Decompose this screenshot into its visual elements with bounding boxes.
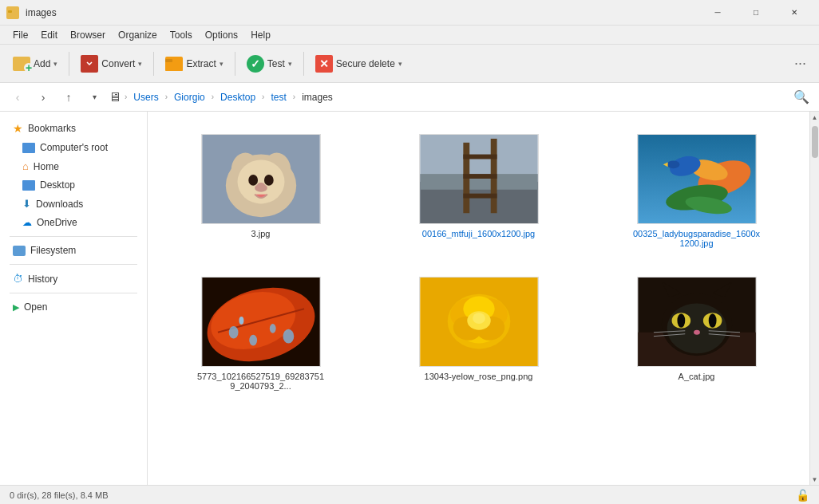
onedrive-label: OneDrive: [37, 217, 77, 228]
sidebar-divider-1: [10, 236, 137, 237]
test-dropdown-arrow: ▾: [288, 60, 292, 68]
app-icon: [6, 6, 19, 19]
back-button[interactable]: ‹: [6, 86, 29, 108]
file-item[interactable]: A_cat.jpg: [599, 270, 793, 397]
file-name: 3.jpg: [251, 229, 271, 238]
file-name: 00166_mtfuji_1600x1200.jpg: [422, 229, 535, 238]
menu-tools[interactable]: Tools: [164, 28, 199, 42]
file-item[interactable]: 13043-yelow_rose_png.png: [382, 270, 576, 397]
extract-button[interactable]: Extract ▾: [159, 49, 229, 78]
file-grid: 3.jpg 00166_m: [157, 121, 800, 404]
file-item[interactable]: 3.jpg: [164, 128, 358, 254]
sidebar-item-desktop[interactable]: Desktop: [3, 176, 144, 194]
scrollbar[interactable]: ▲ ▼: [809, 112, 819, 485]
breadcrumb-desktop[interactable]: Desktop: [217, 90, 259, 104]
menubar: File Edit Browser Organize Tools Options…: [0, 26, 819, 45]
svg-point-48: [473, 313, 485, 324]
home-label: Home: [34, 161, 59, 172]
scroll-down[interactable]: ▼: [811, 475, 819, 483]
menu-browser[interactable]: Browser: [64, 28, 112, 42]
status-info: 0 dir(s), 28 file(s), 8.4 MB: [10, 490, 108, 500]
secure-delete-icon: ✕: [315, 55, 333, 73]
search-button[interactable]: 🔍: [790, 86, 813, 108]
sidebar-bookmarks-header[interactable]: ★ Bookmarks: [3, 119, 144, 138]
file-name: 00325_ladybugsparadise_1600x1200.jpg: [633, 229, 761, 248]
menu-help[interactable]: Help: [244, 28, 277, 42]
forward-button[interactable]: ›: [32, 86, 54, 108]
dropdown-button[interactable]: ▾: [83, 86, 105, 108]
downloads-icon: ⬇: [22, 198, 31, 210]
lock-icon: 🔓: [796, 489, 809, 502]
test-label: Test: [267, 58, 285, 69]
window-title: images: [26, 7, 57, 18]
breadcrumb-sep-2: ›: [212, 93, 214, 101]
menu-options[interactable]: Options: [199, 28, 244, 42]
secure-delete-button[interactable]: ✕ Secure delete ▾: [309, 49, 409, 78]
sidebar-item-open[interactable]: ▶ Open: [3, 298, 144, 316]
file-item[interactable]: 00325_ladybugsparadise_1600x1200.jpg: [599, 128, 793, 254]
minimize-button[interactable]: ─: [699, 0, 736, 26]
file-item[interactable]: 5773_102166527519_692837519_2040793_2...: [164, 270, 358, 397]
scroll-up[interactable]: ▲: [811, 113, 819, 121]
toolbar-separator-4: [303, 52, 304, 76]
breadcrumb-sep-3: ›: [262, 93, 264, 101]
add-label: Add: [34, 58, 50, 69]
file-thumbnail: [637, 134, 757, 224]
file-item[interactable]: 00166_mtfuji_1600x1200.jpg: [382, 128, 576, 254]
scroll-track: [812, 123, 818, 474]
extract-dropdown-arrow: ▾: [220, 60, 224, 68]
svg-point-55: [677, 313, 685, 328]
breadcrumb-giorgio[interactable]: Giorgio: [171, 90, 208, 104]
convert-icon: [81, 55, 98, 73]
sidebar-item-downloads[interactable]: ⬇ Downloads: [3, 195, 144, 213]
sidebar-item-onedrive[interactable]: ☁ OneDrive: [3, 214, 144, 231]
sidebar-item-home[interactable]: ⌂ Home: [3, 157, 144, 175]
toolbar-separator-2: [153, 52, 154, 76]
breadcrumb-users[interactable]: Users: [130, 90, 161, 104]
onedrive-icon: ☁: [22, 217, 32, 228]
svg-point-38: [239, 317, 243, 325]
file-thumbnail: [637, 277, 757, 367]
menu-file[interactable]: File: [6, 28, 34, 42]
breadcrumb-test[interactable]: test: [267, 90, 289, 104]
computer-icon: 🖥: [109, 90, 121, 104]
test-button[interactable]: ✓ Test ▾: [240, 49, 299, 78]
breadcrumb-sep-1: ›: [165, 93, 168, 101]
convert-label: Convert: [101, 58, 135, 69]
svg-rect-1: [8, 10, 12, 13]
convert-button[interactable]: Convert ▾: [74, 49, 148, 78]
sidebar-item-filesystem[interactable]: Filesystem: [3, 242, 144, 259]
open-icon: ▶: [13, 302, 19, 313]
history-label: History: [28, 274, 57, 285]
downloads-label: Downloads: [36, 199, 83, 210]
secure-delete-label: Secure delete: [336, 58, 395, 69]
titlebar-left: images: [6, 6, 57, 19]
statusbar: 0 dir(s), 28 file(s), 8.4 MB 🔓: [0, 485, 819, 504]
addressbar: ‹ › ↑ ▾ 🖥 › Users › Giorgio › Desktop › …: [0, 83, 819, 112]
filesystem-section: Filesystem: [0, 242, 147, 259]
file-name: A_cat.jpg: [679, 372, 715, 381]
svg-point-56: [708, 313, 716, 328]
file-name: 5773_102166527519_692837519_2040793_2...: [197, 372, 325, 391]
file-thumbnail: [201, 277, 321, 367]
menu-edit[interactable]: Edit: [34, 28, 64, 42]
more-button[interactable]: ···: [788, 52, 813, 75]
star-icon: ★: [13, 122, 23, 135]
add-button[interactable]: Add ▾: [6, 49, 64, 78]
sidebar-item-computers-root[interactable]: Computer's root: [3, 139, 144, 156]
maximize-button[interactable]: □: [738, 0, 774, 26]
svg-point-26: [667, 160, 679, 168]
close-button[interactable]: ✕: [776, 0, 813, 26]
main-layout: ★ Bookmarks Computer's root ⌂ Home Deskt…: [0, 112, 819, 485]
svg-point-34: [228, 326, 238, 339]
svg-point-10: [248, 175, 258, 186]
filesystem-label: Filesystem: [30, 245, 76, 256]
sidebar-divider-2: [10, 264, 137, 265]
svg-point-11: [263, 175, 273, 186]
scroll-thumb[interactable]: [812, 126, 818, 158]
breadcrumb-sep-4: ›: [293, 93, 295, 101]
computer-root-icon: [22, 143, 35, 153]
menu-organize[interactable]: Organize: [112, 28, 164, 42]
sidebar-item-history[interactable]: ⏱ History: [3, 270, 144, 288]
up-button[interactable]: ↑: [57, 86, 80, 108]
